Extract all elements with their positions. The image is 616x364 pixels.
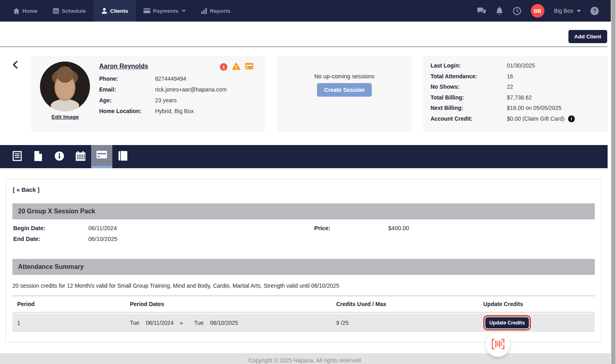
nav-item-payments[interactable]: Payments bbox=[136, 0, 194, 22]
begin-date-row: Begin Date: 06/11/2024 bbox=[12, 225, 595, 231]
user-avatar[interactable]: BB bbox=[531, 4, 544, 18]
field-value: rick.jones+aar@hapana.com bbox=[155, 86, 227, 93]
create-session-button[interactable]: Create Session bbox=[317, 83, 372, 97]
credit-card-icon bbox=[96, 151, 107, 160]
to-date: 06/10/2025 bbox=[210, 320, 243, 326]
client-profile-card: Edit Image Aaron Reynolds Phone: 8274449… bbox=[31, 56, 265, 132]
question-icon[interactable]: ? bbox=[590, 7, 599, 15]
bar-chart-icon bbox=[201, 8, 207, 14]
client-name-link[interactable]: Aaron Reynolds bbox=[99, 63, 148, 70]
client-field-age: Age: 23 years bbox=[99, 97, 227, 103]
stat-value: 22 bbox=[507, 84, 513, 90]
stat-total-billing: Total Billing: $7,738.62 bbox=[431, 94, 608, 101]
column-header-credits: Credits Used / Max bbox=[336, 301, 483, 307]
date-separator: » bbox=[180, 320, 193, 326]
stat-value: $7,738.62 bbox=[507, 94, 532, 101]
tab-list[interactable] bbox=[6, 145, 28, 168]
nav-label: Reports bbox=[210, 8, 230, 14]
field-value: 23 years bbox=[155, 97, 177, 103]
field-label: Home Location: bbox=[99, 108, 155, 114]
tab-info[interactable] bbox=[49, 145, 70, 168]
nav-label: Home bbox=[22, 8, 38, 14]
price-value: $400.00 bbox=[388, 225, 409, 231]
stat-label: Last Login: bbox=[431, 62, 507, 69]
session-pack-panel: [ « Back ] 20 Group X Session Pack Begin… bbox=[6, 179, 602, 342]
book-icon bbox=[118, 151, 128, 163]
main-nav: Home Schedule Clients Payments Reports bbox=[0, 0, 238, 22]
price-label: Price: bbox=[314, 225, 388, 231]
stat-label: Next Billing: bbox=[431, 105, 507, 111]
field-label: Age: bbox=[99, 97, 155, 103]
nav-item-clients[interactable]: Clients bbox=[94, 0, 136, 22]
stat-label: Total Attendance: bbox=[431, 73, 507, 80]
person-icon bbox=[101, 8, 108, 14]
stat-total-attendance: Total Attendance: 16 bbox=[431, 73, 608, 80]
attendance-table-header: Period Period Dates Credits Used / Max U… bbox=[12, 296, 595, 312]
tab-calendar[interactable] bbox=[70, 145, 91, 168]
navbar-right: BB Big Box ? bbox=[477, 0, 611, 22]
nav-item-reports[interactable]: Reports bbox=[193, 0, 238, 22]
list-icon bbox=[12, 151, 22, 163]
stat-label: No Shows: bbox=[431, 84, 507, 90]
action-cell: Update Credits bbox=[483, 315, 595, 330]
scrollbar-thumb[interactable] bbox=[611, 0, 616, 364]
tab-billing[interactable] bbox=[91, 145, 112, 168]
column-header-update-credits: Update Credits bbox=[483, 301, 595, 307]
update-credits-highlight-ring: Update Credits bbox=[483, 315, 531, 330]
calendar-icon bbox=[53, 8, 59, 14]
card-icon bbox=[144, 8, 150, 14]
page-footer: Copyright © 2025 Hapana. All rights rese… bbox=[0, 353, 611, 364]
page: Home Schedule Clients Payments Reports bbox=[0, 0, 611, 364]
bell-icon[interactable] bbox=[496, 7, 503, 15]
nav-item-schedule[interactable]: Schedule bbox=[45, 0, 94, 22]
previous-client-nav[interactable] bbox=[6, 56, 26, 132]
barcode-scanner-icon bbox=[492, 339, 504, 351]
warning-triangle-icon[interactable] bbox=[232, 62, 241, 72]
calendar-icon bbox=[76, 151, 86, 163]
document-icon bbox=[34, 151, 42, 163]
stat-value: 01/30/2025 bbox=[507, 62, 535, 69]
from-date: 06/11/2024 bbox=[146, 320, 178, 326]
chevron-down-icon bbox=[182, 10, 186, 12]
column-header-period-dates: Period Dates bbox=[130, 301, 336, 307]
from-day: Tue bbox=[130, 320, 144, 326]
client-field-home-location: Home Location: Hybrid, Big Box bbox=[99, 108, 227, 114]
vertical-scrollbar[interactable] bbox=[611, 0, 616, 364]
top-navbar: Home Schedule Clients Payments Reports bbox=[0, 0, 611, 22]
add-client-button[interactable]: Add Client bbox=[568, 30, 608, 43]
end-date-label: End Date: bbox=[12, 236, 88, 242]
credits-cell: 9 /25 bbox=[336, 320, 483, 326]
stat-value: $18.00 on 05/05/2025 bbox=[507, 105, 561, 111]
begin-date-value: 06/11/2024 bbox=[88, 225, 117, 231]
client-stats-card: Last Login: 01/30/2025 Total Attendance:… bbox=[423, 56, 608, 132]
barcode-scan-button[interactable] bbox=[486, 332, 510, 357]
end-date-value: 06/10/2025 bbox=[88, 236, 118, 242]
back-link[interactable]: [ « Back ] bbox=[13, 186, 40, 193]
column-header-period: Period bbox=[12, 301, 130, 307]
notification-count-badge[interactable]: 1 bbox=[220, 63, 227, 71]
info-icon[interactable]: i bbox=[568, 115, 575, 122]
home-icon bbox=[13, 8, 20, 14]
stat-last-login: Last Login: 01/30/2025 bbox=[431, 62, 608, 69]
chat-icon[interactable] bbox=[477, 7, 486, 15]
account-menu[interactable]: Big Box bbox=[554, 8, 581, 14]
edit-image-link[interactable]: Edit Image bbox=[52, 114, 79, 120]
nav-item-home[interactable]: Home bbox=[6, 0, 45, 22]
info-circle-icon bbox=[54, 151, 64, 163]
field-label: Email: bbox=[99, 86, 155, 93]
stat-value[interactable]: $0.00 (Claim Gift Card) bbox=[507, 115, 564, 122]
no-sessions-text: No up-coming sessions bbox=[277, 73, 412, 80]
clock-icon[interactable] bbox=[513, 7, 521, 15]
page-toolbar: Add Client bbox=[0, 22, 608, 47]
update-credits-button[interactable]: Update Credits bbox=[485, 317, 529, 328]
tab-book[interactable] bbox=[112, 145, 134, 168]
stat-label: Account Credit: bbox=[431, 115, 507, 122]
client-field-email: Email: rick.jones+aar@hapana.com bbox=[99, 86, 227, 93]
begin-date-label: Begin Date: bbox=[12, 225, 88, 231]
billing-card-icon[interactable] bbox=[245, 63, 253, 71]
pack-description: 20 session credits for 12 Month/s valid … bbox=[12, 282, 595, 289]
client-summary-row: Edit Image Aaron Reynolds Phone: 8274449… bbox=[0, 56, 608, 132]
field-value: 8274449494 bbox=[155, 76, 186, 82]
stat-account-credit: Account Credit: $0.00 (Claim Gift Card) … bbox=[431, 115, 608, 122]
tab-document[interactable] bbox=[28, 145, 49, 168]
